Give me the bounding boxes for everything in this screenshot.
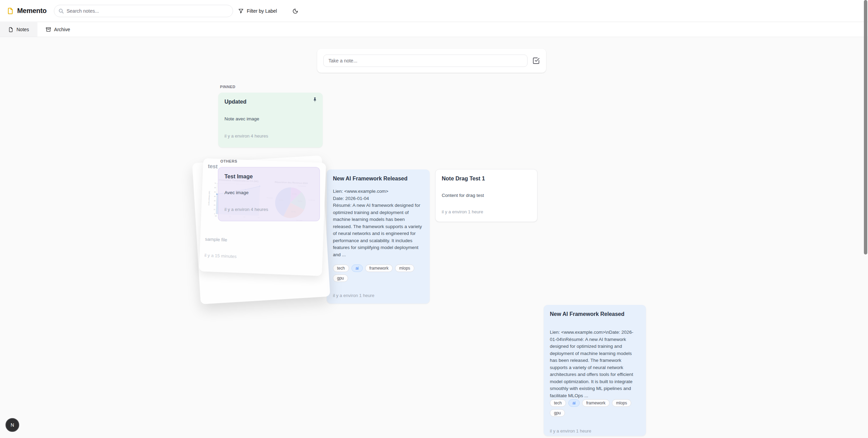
take-a-note-input[interactable] — [323, 55, 528, 67]
tab-archive-label: Archive — [54, 27, 70, 32]
label-chip-tech[interactable]: tech — [333, 264, 349, 272]
label-chip-ai[interactable]: ai — [351, 264, 363, 272]
tab-notes[interactable]: Notes — [0, 22, 37, 37]
pin-icon[interactable] — [312, 97, 318, 103]
svg-text:30: 30 — [214, 200, 216, 202]
note-labels: tech ai framework mlops gpu — [333, 264, 424, 282]
filter-by-label-text: Filter by Label — [247, 8, 277, 14]
note-card-ghost[interactable]: Test Image Avec image il y a environ 4 h… — [218, 167, 320, 221]
note-content: Content for drag test — [442, 192, 531, 199]
label-chip-gpu[interactable]: gpu — [550, 409, 565, 417]
note-card-ai-framework[interactable]: New AI Framework Released Lien: <www.exa… — [327, 169, 430, 304]
search-icon — [58, 8, 64, 14]
filter-by-label-button[interactable]: Filter by Label — [236, 5, 279, 16]
note-title: New AI Framework Released — [333, 175, 424, 182]
checklist-icon[interactable] — [532, 57, 540, 64]
note-title: Test Image — [224, 173, 313, 180]
note-timestamp: il y a environ 4 heures — [224, 207, 313, 212]
svg-text:Q1: Q1 — [215, 215, 217, 217]
svg-text:Chiffre d'affaires (M€): Chiffre d'affaires (M€) — [208, 191, 210, 205]
note-title: Updated — [224, 98, 316, 106]
label-chip-mlops[interactable]: mlops — [395, 264, 414, 272]
app-header: Memento Filter by Label — [0, 0, 868, 22]
note-labels: tech ai framework mlops gpu — [550, 399, 640, 417]
note-title: New AI Framework Released — [550, 310, 640, 318]
app-title: Memento — [17, 7, 47, 15]
search-input[interactable] — [67, 8, 229, 14]
archive-icon — [46, 27, 51, 32]
moon-icon — [292, 8, 298, 14]
note-composer — [317, 49, 546, 73]
svg-text:20: 20 — [213, 204, 216, 206]
label-chip-mlops[interactable]: mlops — [612, 399, 631, 407]
label-chip-ai[interactable]: ai — [568, 399, 580, 407]
note-content: Note avec image — [224, 116, 316, 123]
svg-text:50: 50 — [214, 191, 216, 193]
note-card-drag-test[interactable]: Note Drag Test 1 Content for drag test i… — [435, 169, 537, 222]
note-content: Avec image — [224, 189, 313, 197]
vertical-scrollbar[interactable] — [864, 0, 867, 254]
note-content: sample file — [205, 237, 318, 246]
app-logo: Memento — [7, 7, 47, 15]
avatar-initial: N — [11, 422, 14, 428]
note-card-pinned[interactable]: Updated Note avec image il y a environ 4… — [218, 93, 323, 147]
note-timestamp: il y a environ 1 heure — [550, 428, 640, 434]
label-chip-gpu[interactable]: gpu — [333, 274, 348, 282]
user-avatar[interactable]: N — [5, 418, 19, 432]
label-chip-framework[interactable]: framework — [582, 399, 610, 407]
note-title: Note Drag Test 1 — [442, 175, 531, 182]
svg-text:70: 70 — [215, 182, 217, 184]
svg-text:10: 10 — [213, 209, 216, 210]
tabbar: Notes Archive — [0, 22, 868, 37]
logo-file-icon — [7, 7, 14, 15]
note-timestamp: il y a environ 4 heures — [224, 133, 316, 139]
note-timestamp: il y a environ 1 heure — [333, 293, 424, 298]
svg-text:60: 60 — [214, 187, 216, 188]
note-file-icon — [8, 27, 13, 32]
dark-mode-toggle[interactable] — [290, 5, 301, 16]
svg-text:40: 40 — [214, 196, 216, 197]
tab-archive[interactable]: Archive — [37, 22, 79, 37]
note-timestamp: il y a 15 minutes — [204, 253, 317, 262]
note-content: Lien: <www.example.com>\nDate: 2026-01-0… — [550, 329, 640, 399]
label-chip-tech[interactable]: tech — [550, 399, 566, 407]
note-timestamp: il y a environ 1 heure — [442, 209, 531, 214]
note-content: Lien: <www.example.com> Date: 2026-01-04… — [333, 188, 424, 258]
note-card-ai-framework-2[interactable]: New AI Framework Released Lien: <www.exa… — [544, 305, 646, 436]
svg-text:0: 0 — [214, 213, 215, 215]
search-box[interactable] — [54, 5, 233, 17]
pinned-section-label: PINNED — [220, 85, 235, 89]
filter-icon — [238, 8, 244, 14]
tab-notes-label: Notes — [16, 27, 29, 32]
others-section-label: OTHERS — [220, 159, 237, 163]
label-chip-framework[interactable]: framework — [365, 264, 393, 272]
